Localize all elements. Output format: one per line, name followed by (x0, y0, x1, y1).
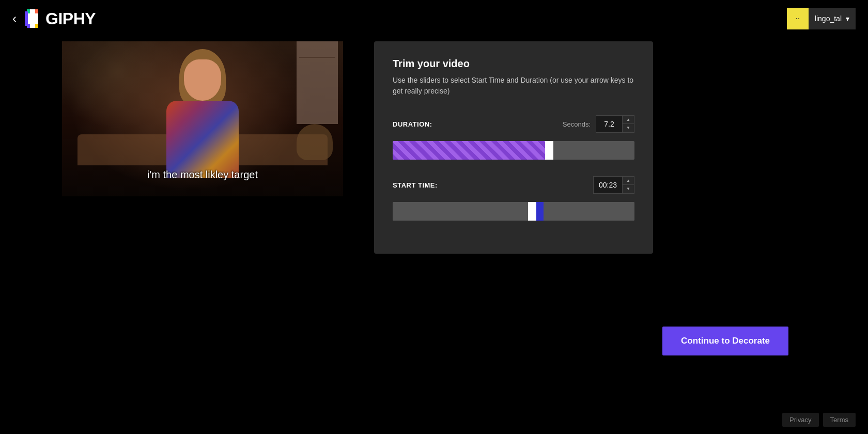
trim-panel-title: Trim your video (393, 58, 634, 70)
duration-header: DURATION: Seconds: 7.2 ▲ ▼ (393, 115, 634, 133)
duration-spinners: ▲ ▼ (622, 116, 634, 132)
header-left: ‹ GIPHY (12, 9, 96, 28)
trim-panel-description: Use the sliders to select Start Time and… (393, 75, 634, 97)
user-menu[interactable]: ·· lingo_tal ▾ (787, 8, 856, 29)
video-cushion (297, 124, 333, 160)
svg-rect-5 (25, 11, 28, 26)
duration-label: DURATION: (393, 120, 432, 128)
user-avatar: ·· (787, 8, 809, 29)
start-time-increment[interactable]: ▲ (623, 177, 634, 185)
start-time-value: 00:23 (594, 179, 622, 191)
start-left-area (393, 202, 531, 221)
continue-button-area: Continue to Decorate (662, 327, 788, 355)
start-time-decrement[interactable]: ▼ (623, 185, 634, 193)
duration-right: Seconds: 7.2 ▲ ▼ (563, 115, 634, 133)
svg-rect-2 (35, 9, 38, 13)
video-bg-cabinet (297, 41, 338, 124)
privacy-link[interactable]: Privacy (782, 413, 819, 427)
start-right-area (544, 202, 635, 221)
seconds-label: Seconds: (563, 120, 591, 128)
back-button[interactable]: ‹ (12, 12, 17, 25)
user-name: lingo_tal (815, 14, 842, 23)
terms-link[interactable]: Terms (823, 413, 856, 427)
video-scene: i'm the most likley target (62, 41, 343, 196)
logo: GIPHY (25, 9, 96, 28)
giphy-logo-icon (25, 9, 41, 28)
user-name-area: lingo_tal ▾ (809, 8, 856, 29)
duration-slider-track[interactable] (393, 141, 634, 160)
duration-thumb[interactable] (545, 141, 553, 160)
dropdown-arrow-icon: ▾ (846, 14, 849, 23)
trim-panel: Trim your video Use the sliders to selec… (374, 41, 653, 254)
header: ‹ GIPHY ·· lingo_tal ▾ (0, 0, 868, 37)
continue-to-decorate-button[interactable]: Continue to Decorate (662, 327, 788, 355)
video-person (151, 49, 254, 178)
logo-wordmark: GIPHY (45, 9, 96, 28)
start-time-label: START TIME: (393, 181, 438, 189)
duration-decrement[interactable]: ▼ (623, 124, 634, 132)
svg-rect-4 (35, 24, 38, 28)
duration-value: 7.2 (596, 118, 622, 130)
duration-control-group: DURATION: Seconds: 7.2 ▲ ▼ (393, 115, 634, 160)
duration-input[interactable]: 7.2 ▲ ▼ (596, 115, 634, 133)
main-content: i'm the most likley target Trim your vid… (0, 41, 868, 254)
start-time-input[interactable]: 00:23 ▲ ▼ (593, 176, 634, 194)
start-time-thumb[interactable] (528, 202, 536, 221)
duration-fill (393, 141, 550, 160)
start-time-control-group: START TIME: 00:23 ▲ ▼ (393, 176, 634, 221)
duration-increment[interactable]: ▲ (623, 116, 634, 124)
start-time-slider-track[interactable] (393, 202, 634, 221)
start-time-header: START TIME: 00:23 ▲ ▼ (393, 176, 634, 194)
start-time-spinners: ▲ ▼ (622, 177, 634, 193)
footer-links: Privacy Terms (782, 413, 856, 427)
video-preview: i'm the most likley target (62, 41, 343, 196)
video-subtitle: i'm the most likley target (62, 169, 343, 181)
